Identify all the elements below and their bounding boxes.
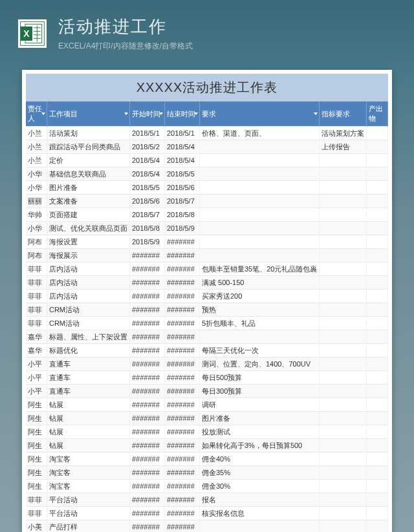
table-cell[interactable] xyxy=(367,452,388,466)
table-cell[interactable]: 价格、渠道、页面、 xyxy=(199,127,319,140)
table-cell[interactable]: 直通车 xyxy=(47,385,129,398)
table-cell[interactable]: 2018/5/9 xyxy=(129,235,164,249)
table-cell[interactable]: ####### xyxy=(164,357,199,371)
table-cell[interactable] xyxy=(367,480,388,493)
table-cell[interactable]: 5折包顺丰、礼品 xyxy=(199,317,319,330)
table-cell[interactable] xyxy=(367,317,388,330)
table-cell[interactable]: 海报展示 xyxy=(47,249,129,262)
table-cell[interactable]: 满减 500-150 xyxy=(199,276,319,290)
table-cell[interactable]: 直通车 xyxy=(47,357,129,371)
table-cell[interactable]: 预热 xyxy=(199,303,319,317)
table-cell[interactable]: 菲菲 xyxy=(26,507,47,520)
table-cell[interactable] xyxy=(320,412,367,425)
table-cell[interactable]: 标题优化 xyxy=(47,344,129,357)
column-header[interactable]: 指标要求 xyxy=(320,101,367,127)
filter-dropdown-icon[interactable] xyxy=(124,112,128,115)
table-cell[interactable]: 小兰 xyxy=(26,154,47,167)
table-cell[interactable]: 2018/5/8 xyxy=(164,208,199,222)
table-cell[interactable]: 海报设置 xyxy=(47,235,129,249)
table-cell[interactable]: ####### xyxy=(129,262,164,276)
table-cell[interactable]: 测试、优化关联商品页面 xyxy=(47,222,129,235)
column-header[interactable]: 结束时间 xyxy=(164,101,199,127)
table-cell[interactable]: 定价 xyxy=(47,154,129,167)
table-cell[interactable]: 每隔三天优化一次 xyxy=(199,344,319,357)
table-cell[interactable]: 菲菲 xyxy=(26,262,47,276)
table-cell[interactable]: 2018/5/7 xyxy=(164,195,199,208)
table-cell[interactable] xyxy=(367,357,388,371)
table-cell[interactable] xyxy=(199,208,319,222)
table-cell[interactable] xyxy=(320,181,367,195)
table-cell[interactable] xyxy=(320,235,367,249)
table-cell[interactable]: 佣金40% xyxy=(199,452,319,466)
table-cell[interactable] xyxy=(320,276,367,290)
table-cell[interactable]: 包顺丰至销量35笔、20元礼品随包裹 xyxy=(199,262,319,276)
table-cell[interactable]: 淘宝客 xyxy=(47,466,129,480)
table-cell[interactable]: ####### xyxy=(129,344,164,357)
table-cell[interactable] xyxy=(367,398,388,412)
table-cell[interactable]: 小平 xyxy=(26,371,47,385)
table-cell[interactable]: 店内活动 xyxy=(47,290,129,303)
table-cell[interactable]: 上传报告 xyxy=(320,140,367,154)
table-cell[interactable]: ####### xyxy=(129,398,164,412)
table-cell[interactable]: 阿生 xyxy=(26,425,47,439)
table-cell[interactable] xyxy=(367,425,388,439)
table-cell[interactable]: 2018/5/1 xyxy=(129,127,164,140)
table-cell[interactable] xyxy=(320,466,367,480)
table-cell[interactable]: ####### xyxy=(164,452,199,466)
table-cell[interactable]: 如果转化高于3%，每日预算500 xyxy=(199,439,319,452)
table-cell[interactable] xyxy=(199,330,319,344)
table-cell[interactable] xyxy=(367,167,388,181)
table-cell[interactable] xyxy=(199,195,319,208)
table-cell[interactable]: 菲菲 xyxy=(26,317,47,330)
table-cell[interactable]: 小华 xyxy=(26,222,47,235)
column-header[interactable]: 开始时间 xyxy=(129,101,164,127)
table-cell[interactable]: ####### xyxy=(129,330,164,344)
table-cell[interactable]: 投放测试 xyxy=(199,425,319,439)
table-cell[interactable]: 图片准备 xyxy=(47,181,129,195)
table-cell[interactable] xyxy=(367,344,388,357)
table-cell[interactable] xyxy=(320,398,367,412)
table-cell[interactable]: ####### xyxy=(164,276,199,290)
filter-dropdown-icon[interactable] xyxy=(41,112,45,115)
table-cell[interactable]: ####### xyxy=(129,276,164,290)
table-cell[interactable]: ####### xyxy=(129,249,164,262)
table-cell[interactable] xyxy=(199,249,319,262)
table-cell[interactable] xyxy=(320,507,367,520)
table-cell[interactable] xyxy=(367,290,388,303)
table-cell[interactable]: 页面搭建 xyxy=(47,208,129,222)
table-cell[interactable]: ####### xyxy=(164,480,199,493)
table-cell[interactable]: 菲菲 xyxy=(26,290,47,303)
table-cell[interactable]: 钻展 xyxy=(47,412,129,425)
table-cell[interactable]: 每日500预算 xyxy=(199,371,319,385)
table-cell[interactable]: 小兰 xyxy=(26,127,47,140)
table-cell[interactable]: 小兰 xyxy=(26,140,47,154)
table-cell[interactable] xyxy=(367,371,388,385)
table-cell[interactable]: ####### xyxy=(164,330,199,344)
table-cell[interactable]: 2018/5/1 xyxy=(164,127,199,140)
table-cell[interactable] xyxy=(320,520,367,533)
table-cell[interactable]: 嘉华 xyxy=(26,330,47,344)
table-cell[interactable] xyxy=(199,235,319,249)
table-cell[interactable] xyxy=(199,520,319,533)
table-cell[interactable]: 调研 xyxy=(199,398,319,412)
filter-dropdown-icon[interactable] xyxy=(159,112,163,115)
table-cell[interactable]: ####### xyxy=(164,412,199,425)
table-cell[interactable]: CRM活动 xyxy=(47,303,129,317)
table-cell[interactable]: 图片准备 xyxy=(199,412,319,425)
table-cell[interactable]: ####### xyxy=(129,466,164,480)
table-cell[interactable]: ####### xyxy=(164,303,199,317)
table-cell[interactable]: CRM活动 xyxy=(47,317,129,330)
table-cell[interactable] xyxy=(320,425,367,439)
table-cell[interactable]: 阿生 xyxy=(26,452,47,466)
table-cell[interactable]: 每日300预算 xyxy=(199,385,319,398)
table-cell[interactable] xyxy=(367,262,388,276)
table-cell[interactable] xyxy=(199,181,319,195)
table-cell[interactable]: 买家秀送200 xyxy=(199,290,319,303)
table-cell[interactable] xyxy=(367,195,388,208)
table-cell[interactable] xyxy=(320,330,367,344)
table-cell[interactable] xyxy=(367,439,388,452)
column-header[interactable]: 产出物 xyxy=(367,101,388,127)
table-cell[interactable]: 2018/5/7 xyxy=(129,208,164,222)
table-cell[interactable]: 核实报名信息 xyxy=(199,507,319,520)
table-cell[interactable]: 2018/5/5 xyxy=(164,167,199,181)
